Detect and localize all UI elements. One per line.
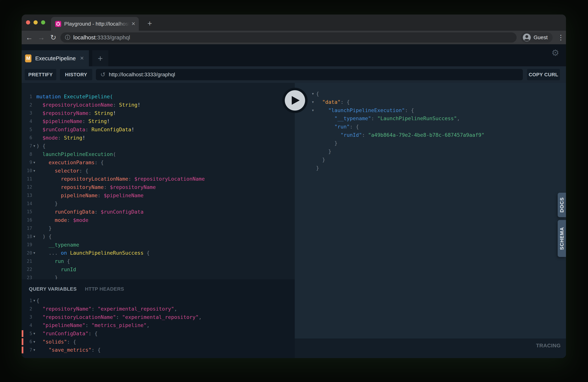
query-editor[interactable]: 1mutation ExecutePipeline(2 $repositoryL… <box>22 83 295 279</box>
browser-tab[interactable]: Playground - http://localhost:33 ✕ <box>51 17 139 31</box>
new-playground-tab-button[interactable]: + <box>92 50 108 66</box>
replay-icon[interactable]: ↺ <box>100 71 105 78</box>
line-number: 9 <box>22 160 32 165</box>
line-number: 1 <box>22 94 32 99</box>
endpoint-input[interactable]: ↺ http://localhost:3333/graphql <box>96 69 523 80</box>
code-line: 2 "repositoryName": "experimental_reposi… <box>22 305 295 313</box>
code-text: "solids": { <box>36 339 76 345</box>
fold-arrow-icon[interactable]: ▾ <box>32 234 36 239</box>
playground-tab-executepipeline[interactable]: M ExecutePipeline ✕ <box>22 50 89 66</box>
fold-arrow-icon[interactable]: ▾ <box>312 100 314 104</box>
endpoint-url: http://localhost:3333/graphql <box>109 72 175 78</box>
line-number: 8 <box>22 152 32 157</box>
code-text: } <box>36 201 58 207</box>
fold-arrow-icon[interactable]: ▾ <box>32 298 36 303</box>
line-number: 16 <box>22 217 32 223</box>
code-line: 15 runConfigData: $runConfigData <box>22 208 295 216</box>
gutter: 16 <box>22 217 36 223</box>
gutter: 17 <box>22 226 36 231</box>
minimize-window-button[interactable] <box>34 20 38 24</box>
tracing-toggle[interactable]: TRACING <box>536 343 561 349</box>
line-number: 13 <box>22 193 32 198</box>
site-info-icon[interactable]: ⓘ <box>65 34 70 41</box>
code-line: 12 repositoryName: $repositoryName <box>22 183 295 191</box>
close-playground-tab-icon[interactable]: ✕ <box>80 55 84 61</box>
response-pane: ▾{▾ "data": {▾ "launchPipelineExecution"… <box>295 83 566 358</box>
code-line: 9▾ executionParams: { <box>22 158 295 167</box>
code-line: 16 mode: $mode <box>22 216 295 224</box>
error-marker <box>22 338 23 345</box>
code-line: 5▾ "runConfigData": { <box>22 329 295 338</box>
variables-pane: QUERY VARIABLES HTTP HEADERS 1▾{2 "repos… <box>22 279 295 358</box>
code-line: 6▾ "solids": { <box>22 338 295 346</box>
copy-curl-button[interactable]: COPY CURL <box>527 69 560 80</box>
error-marker <box>22 347 23 353</box>
code-text: } <box>316 149 331 154</box>
code-line: 23 } <box>22 274 295 279</box>
code-text: runConfigData: $runConfigData <box>36 209 144 215</box>
fold-arrow-icon[interactable]: ▾ <box>32 169 36 173</box>
fold-arrow-icon[interactable]: ▾ <box>32 144 36 148</box>
code-line: 14 } <box>22 199 295 208</box>
fold-arrow-icon[interactable]: ▾ <box>32 160 36 165</box>
close-tab-icon[interactable]: ✕ <box>131 21 135 27</box>
line-number: 11 <box>22 176 32 182</box>
profile-button[interactable]: Guest <box>521 32 553 42</box>
graphql-playground: M ExecutePipeline ✕ + ⚙ PRETTIFY HISTORY… <box>22 44 566 358</box>
gutter: 6▾ <box>22 339 36 344</box>
fold-arrow-icon[interactable]: ▾ <box>312 108 314 112</box>
code-line: 20▾ ... on LaunchPipelineRunSuccess { <box>22 249 295 257</box>
fold-arrow-icon[interactable]: ▾ <box>32 348 36 352</box>
code-line: 11 repositoryLocationName: $repositoryLo… <box>22 175 295 183</box>
variables-editor[interactable]: 1▾{2 "repositoryName": "experimental_rep… <box>22 297 295 354</box>
settings-gear-icon[interactable]: ⚙ <box>551 48 559 58</box>
code-text: $repositoryName: String! <box>36 110 116 116</box>
new-tab-button[interactable]: + <box>145 18 155 29</box>
reload-icon[interactable]: ↻ <box>47 33 59 42</box>
fold-arrow-icon[interactable]: ▾ <box>32 340 36 344</box>
code-text: "runConfigData": { <box>36 331 98 337</box>
history-button[interactable]: HISTORY <box>60 69 92 80</box>
code-line: 18▾ ) { <box>22 233 295 241</box>
gutter: 21 <box>22 259 36 264</box>
gutter: 1 <box>22 94 36 99</box>
forward-icon[interactable]: → <box>35 34 47 42</box>
code-text: ) { <box>36 143 45 149</box>
tab-http-headers[interactable]: HTTP HEADERS <box>85 286 124 292</box>
code-text: launchPipelineExecution( <box>36 151 116 157</box>
schema-side-tab[interactable]: SCHEMA <box>558 220 566 257</box>
address-bar[interactable]: ⓘ localhost:3333/graphql <box>61 32 517 42</box>
browser-window: Playground - http://localhost:33 ✕ + ← →… <box>22 15 566 358</box>
line-number: 3 <box>22 110 32 116</box>
gutter: 11 <box>22 176 36 182</box>
close-window-button[interactable] <box>26 20 30 24</box>
playground-main: 1mutation ExecutePipeline(2 $repositoryL… <box>22 83 566 358</box>
gutter: 4 <box>22 119 36 124</box>
execute-query-button[interactable] <box>282 88 308 113</box>
fold-arrow-icon[interactable]: ▾ <box>32 331 36 336</box>
code-text: "pipelineName": "metrics_pipeline", <box>36 322 149 328</box>
line-number: 1 <box>22 298 32 303</box>
fold-arrow-icon[interactable]: ▾ <box>312 91 314 96</box>
code-text: { <box>36 297 39 303</box>
code-text: $repositoryLocationName: String! <box>36 102 141 108</box>
browser-menu-icon[interactable]: ⋮ <box>558 34 564 42</box>
code-line: } <box>295 164 566 172</box>
code-line: 19 __typename <box>22 240 295 249</box>
fold-arrow-icon[interactable]: ▾ <box>32 251 36 255</box>
maximize-window-button[interactable] <box>41 20 45 24</box>
docs-side-tab[interactable]: DOCS <box>558 193 566 217</box>
code-text: ) { <box>36 233 52 239</box>
code-text: selector: { <box>36 168 88 174</box>
code-line: ▾{ <box>295 90 566 98</box>
code-line: } <box>295 156 566 164</box>
code-line: "__typename": "LaunchPipelineRunSuccess"… <box>295 114 566 123</box>
line-number: 19 <box>22 242 32 247</box>
code-line: 4 $pipelineName: String! <box>22 117 295 126</box>
variables-tabs: QUERY VARIABLES HTTP HEADERS <box>22 279 295 292</box>
prettify-button[interactable]: PRETTIFY <box>25 69 56 80</box>
back-icon[interactable]: ← <box>23 34 35 42</box>
tab-query-variables[interactable]: QUERY VARIABLES <box>29 286 77 292</box>
docs-label: DOCS <box>559 197 565 212</box>
code-line: 3 $repositoryName: String! <box>22 109 295 117</box>
